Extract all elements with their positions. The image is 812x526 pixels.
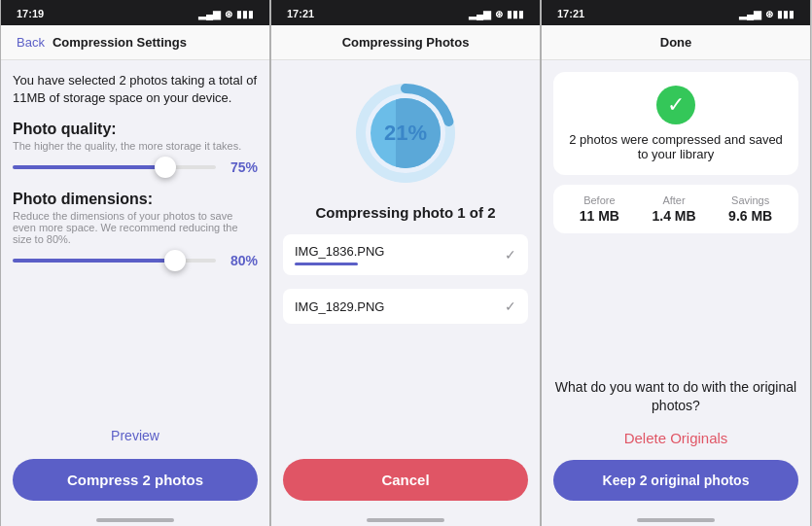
savings-value: 9.6 MB <box>728 208 772 224</box>
nav-bar-2: Compressing Photos <box>271 25 540 60</box>
wifi-icon-1: ⊛ <box>225 9 232 19</box>
wifi-icon-3: ⊛ <box>765 9 773 19</box>
nav-title-1: Compression Settings <box>53 35 187 50</box>
progress-circle: 21% <box>352 80 459 187</box>
quality-title: Photo quality: <box>13 121 258 138</box>
status-bar-2: 17:21 ▂▄▆ ⊛ ▮▮▮ <box>271 0 540 25</box>
status-bar-1: 17:19 ▂▄▆ ⊛ ▮▮▮ <box>1 0 269 25</box>
wifi-icon-2: ⊛ <box>495 9 503 19</box>
success-icon: ✓ <box>656 86 695 124</box>
nav-title-3: Done <box>660 35 692 50</box>
dimensions-title: Photo dimensions: <box>13 191 258 208</box>
file-2-name: IMG_1829.PNG <box>295 299 385 314</box>
before-value: 11 MB <box>580 208 619 224</box>
home-indicator-1 <box>1 512 269 526</box>
dimensions-slider-fill <box>13 259 175 263</box>
dimensions-value: 80% <box>224 253 258 268</box>
time-1: 17:19 <box>17 8 44 19</box>
home-indicator-3 <box>542 512 810 526</box>
time-3: 17:21 <box>557 8 584 19</box>
signal-icon-1: ▂▄▆ <box>198 9 221 19</box>
status-icons-2: ▂▄▆ ⊛ ▮▮▮ <box>469 9 524 19</box>
back-button[interactable]: Back <box>17 35 45 50</box>
nav-bar-3: Done <box>542 25 810 60</box>
selection-info: You have selected 2 photos taking a tota… <box>13 72 258 107</box>
stat-before: Before 11 MB <box>580 194 619 224</box>
home-bar-1 <box>96 518 174 522</box>
compressing-label: Compressing photo 1 of 2 <box>283 204 528 221</box>
home-bar-2 <box>367 518 444 522</box>
file-item-1: IMG_1836.PNG ✓ <box>283 234 528 275</box>
file-1-progress <box>295 263 358 265</box>
stat-after: After 1.4 MB <box>652 194 695 224</box>
before-label: Before <box>583 194 615 206</box>
preview-link[interactable]: Preview <box>13 422 258 449</box>
quality-slider-container: 75% <box>13 159 258 175</box>
file-2-check: ✓ <box>505 298 516 314</box>
home-bar-3 <box>637 518 715 522</box>
signal-icon-2: ▂▄▆ <box>469 9 491 19</box>
after-label: After <box>662 194 685 206</box>
battery-icon-2: ▮▮▮ <box>507 9 524 19</box>
compress-button[interactable]: Compress 2 photos <box>13 459 258 501</box>
quality-subtitle: The higher the quality, the more storage… <box>13 140 258 152</box>
dimensions-section: Photo dimensions: Reduce the dimensions … <box>13 191 258 268</box>
keep-button[interactable]: Keep 2 original photos <box>553 460 798 501</box>
file-item-2: IMG_1829.PNG ✓ <box>283 289 528 324</box>
dimensions-slider-container: 80% <box>13 253 258 268</box>
phone-compressing: 17:21 ▂▄▆ ⊛ ▮▮▮ Compressing Photos <box>270 0 541 526</box>
file-1-name: IMG_1836.PNG <box>295 244 385 259</box>
nav-title-2: Compressing Photos <box>342 35 470 50</box>
quality-slider-fill <box>13 165 165 169</box>
file-1-check: ✓ <box>505 247 516 263</box>
quality-slider-track[interactable] <box>13 165 216 169</box>
phone1-content: You have selected 2 photos taking a tota… <box>1 60 269 512</box>
stats-row: Before 11 MB After 1.4 MB Savings 9.6 MB <box>553 185 798 233</box>
status-icons-1: ▂▄▆ ⊛ ▮▮▮ <box>198 9 254 19</box>
phone-compression-settings: 17:19 ▂▄▆ ⊛ ▮▮▮ Back Compression Setting… <box>0 0 270 526</box>
progress-percent: 21% <box>384 121 427 146</box>
stat-savings: Savings 9.6 MB <box>728 194 772 224</box>
time-2: 17:21 <box>287 8 314 19</box>
battery-icon-1: ▮▮▮ <box>236 9 254 19</box>
quality-section: Photo quality: The higher the quality, t… <box>13 121 258 175</box>
phone-done: 17:21 ▂▄▆ ⊛ ▮▮▮ Done ✓ 2 photos were com… <box>541 0 811 526</box>
home-indicator-2 <box>271 512 540 526</box>
file-1-details: IMG_1836.PNG <box>295 244 385 265</box>
phone3-content: ✓ 2 photos were compressed and saved to … <box>542 60 810 512</box>
battery-icon-3: ▮▮▮ <box>777 9 794 19</box>
after-value: 1.4 MB <box>652 208 695 224</box>
success-card: ✓ 2 photos were compressed and saved to … <box>553 72 798 175</box>
quality-slider-thumb[interactable] <box>155 157 176 178</box>
phone2-content: 21% Compressing photo 1 of 2 IMG_1836.PN… <box>271 60 540 512</box>
signal-icon-3: ▂▄▆ <box>739 9 761 19</box>
progress-container: 21% <box>283 72 528 191</box>
question-text: What do you want to do with the original… <box>553 378 798 416</box>
status-bar-3: 17:21 ▂▄▆ ⊛ ▮▮▮ <box>542 0 810 25</box>
success-text: 2 photos were compressed and saved to yo… <box>567 132 785 161</box>
cancel-button[interactable]: Cancel <box>283 459 528 501</box>
quality-value: 75% <box>224 159 258 175</box>
savings-label: Savings <box>731 194 769 206</box>
dimensions-subtitle: Reduce the dimensions of your photos to … <box>13 210 258 245</box>
dimensions-slider-thumb[interactable] <box>164 250 186 271</box>
nav-bar-1: Back Compression Settings <box>1 25 269 60</box>
status-icons-3: ▂▄▆ ⊛ ▮▮▮ <box>739 9 794 19</box>
delete-link[interactable]: Delete Originals <box>553 426 798 450</box>
dimensions-slider-track[interactable] <box>13 259 216 263</box>
